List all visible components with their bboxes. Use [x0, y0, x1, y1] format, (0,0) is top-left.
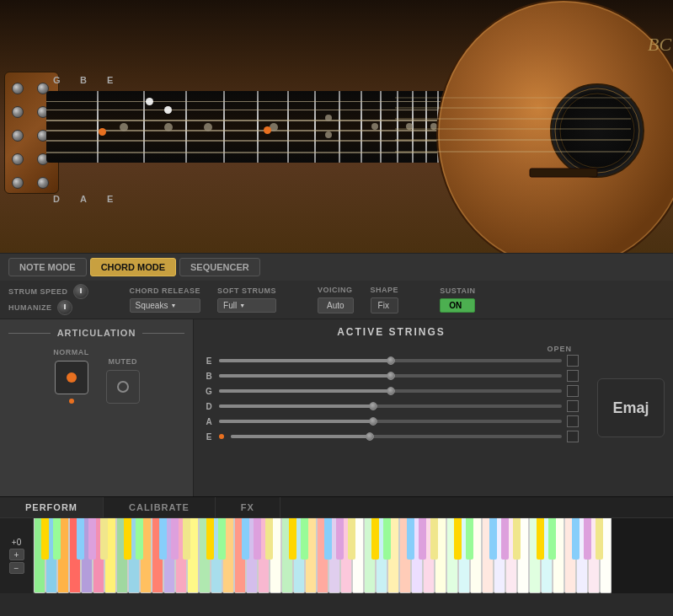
string-name-b: B — [204, 372, 214, 381]
e-low-string-slider[interactable] — [231, 435, 562, 438]
b-string-checkbox[interactable] — [567, 370, 579, 382]
humanize-knob[interactable] — [57, 300, 72, 315]
piano-black-key[interactable] — [584, 518, 591, 560]
chord-release-dropdown[interactable]: Squeaks — [130, 298, 201, 313]
piano-black-key[interactable] — [206, 518, 214, 560]
g-string-checkbox[interactable] — [567, 385, 579, 397]
fx-tab[interactable]: FX — [216, 497, 280, 517]
piano-black-key[interactable] — [124, 518, 131, 560]
piano-black-key[interactable] — [348, 518, 355, 560]
piano-black-key[interactable] — [548, 518, 556, 560]
slider-fill — [231, 435, 370, 438]
b-string-slider[interactable] — [219, 374, 562, 378]
piano-black-key[interactable] — [537, 518, 544, 560]
slider-fill — [219, 420, 373, 423]
piano-black-key[interactable] — [183, 518, 190, 560]
piano-black-key[interactable] — [383, 518, 391, 560]
piano-black-key[interactable] — [454, 518, 462, 560]
piano-black-key[interactable] — [419, 518, 426, 560]
piano-black-key[interactable] — [77, 518, 84, 560]
e-dot-icon — [219, 434, 224, 439]
sustain-label: SUSTAIN — [440, 287, 475, 295]
piano-keys[interactable] — [34, 518, 673, 593]
e-string-checkbox[interactable] — [567, 355, 579, 367]
e-string-slider[interactable] — [219, 359, 562, 362]
bottom-tabs: PERFORM CALIBRATE FX — [0, 496, 673, 517]
piano-black-key[interactable] — [407, 518, 414, 560]
piano-black-key[interactable] — [289, 518, 296, 560]
g-string-slider[interactable] — [219, 389, 562, 393]
piano-black-key[interactable] — [53, 518, 61, 560]
slider-thumb — [387, 372, 395, 380]
piano-black-key[interactable] — [324, 518, 332, 560]
piano-black-key[interactable] — [513, 518, 521, 560]
tuning-peg[interactable] — [12, 83, 24, 94]
normal-button[interactable] — [55, 361, 88, 394]
piano-black-key[interactable] — [254, 518, 261, 560]
slider-fill — [219, 359, 391, 362]
string-label-e-top: E — [107, 75, 113, 85]
tuning-peg[interactable] — [12, 130, 24, 142]
tuning-peg[interactable] — [12, 177, 24, 189]
mode-buttons-row: NOTE MODE CHORD MODE SEQUENCER — [0, 253, 673, 281]
note-mode-button[interactable]: NOTE MODE — [8, 258, 87, 276]
piano-controls: +0 + − — [0, 518, 34, 593]
perform-tab[interactable]: PERFORM — [0, 497, 104, 517]
string-label-b: B — [80, 75, 87, 85]
octave-up-button[interactable]: + — [9, 549, 24, 560]
slider-thumb — [387, 356, 395, 365]
string-name-e: E — [204, 356, 214, 366]
piano-black-key[interactable] — [100, 518, 108, 560]
piano-black-key[interactable] — [466, 518, 473, 560]
svg-rect-5 — [530, 169, 597, 177]
piano-black-key[interactable] — [301, 518, 308, 560]
string-name-e-low: E — [204, 432, 214, 442]
note-dot — [164, 106, 172, 114]
piano-black-key[interactable] — [218, 518, 226, 560]
chord-name: Emaj — [612, 399, 649, 417]
piano-black-key[interactable] — [41, 518, 49, 560]
sequencer-button[interactable]: SEQUENCER — [179, 258, 260, 276]
piano-black-key[interactable] — [371, 518, 379, 560]
piano-black-key[interactable] — [336, 518, 344, 560]
tuning-peg[interactable] — [12, 153, 24, 165]
piano-black-key[interactable] — [596, 518, 603, 560]
string-row-g: G — [204, 385, 579, 397]
slider-thumb — [387, 387, 395, 395]
piano-black-key[interactable] — [501, 518, 509, 560]
sustain-toggle[interactable]: ON — [440, 298, 475, 313]
voicing-button[interactable]: Auto — [318, 297, 354, 313]
chord-mode-button[interactable]: CHORD MODE — [90, 258, 176, 276]
piano-black-key[interactable] — [88, 518, 96, 560]
d-string-checkbox[interactable] — [567, 400, 579, 412]
slider-fill — [219, 389, 391, 393]
calibrate-tab[interactable]: CALIBRATE — [104, 497, 216, 517]
articulation-panel: ARTICULATION NORMAL MUTED — [0, 319, 194, 496]
octave-down-button[interactable]: − — [9, 562, 24, 574]
d-string-slider[interactable] — [219, 404, 562, 408]
piano-black-key[interactable] — [265, 518, 273, 560]
a-string-slider[interactable] — [219, 420, 562, 423]
a-string-checkbox[interactable] — [567, 415, 579, 427]
muted-button[interactable] — [106, 370, 140, 404]
note-dot — [99, 128, 106, 136]
string-label-d: D — [53, 194, 60, 204]
piano-black-key[interactable] — [159, 518, 167, 560]
guitar-area: G B E D A E — [0, 0, 673, 253]
muted-ring-icon — [117, 381, 129, 393]
e-low-string-checkbox[interactable] — [567, 431, 579, 442]
fret-inlay — [325, 115, 332, 121]
strum-speed-knob[interactable] — [73, 284, 88, 299]
piano-black-key[interactable] — [242, 518, 249, 560]
tuning-peg[interactable] — [12, 106, 24, 118]
tuning-peg[interactable] — [37, 177, 49, 189]
string-name-a: A — [204, 417, 214, 426]
active-strings-title: ACTIVE STRINGS — [204, 326, 579, 338]
humanize-label: HUMANIZE — [8, 303, 52, 312]
piano-black-key[interactable] — [430, 518, 438, 560]
piano-black-key[interactable] — [136, 518, 143, 560]
piano-black-key[interactable] — [171, 518, 179, 560]
soft-strums-dropdown[interactable]: Full — [217, 298, 276, 313]
piano-black-key[interactable] — [489, 518, 497, 560]
piano-black-key[interactable] — [572, 518, 580, 560]
